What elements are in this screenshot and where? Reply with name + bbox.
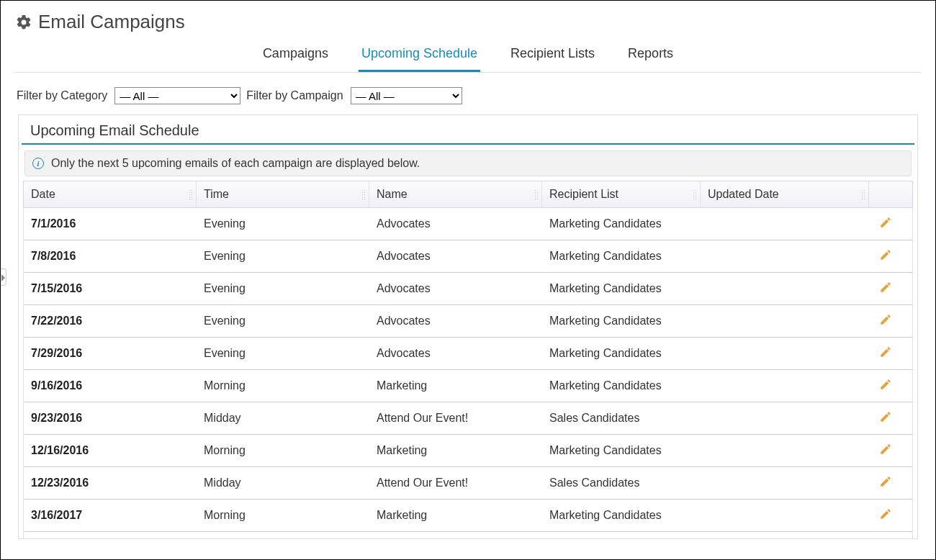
cell-time: Midday <box>197 412 369 425</box>
table-row: 7/15/2016EveningAdvocatesMarketing Candi… <box>24 273 912 305</box>
schedule-grid: Date Time Name Recipient List Updated Da… <box>23 181 913 539</box>
col-header-updated[interactable]: Updated Date <box>701 181 869 207</box>
tab-campaigns[interactable]: Campaigns <box>260 39 331 72</box>
cell-actions <box>869 475 902 491</box>
edit-icon[interactable] <box>879 475 892 488</box>
col-header-name[interactable]: Name <box>369 181 542 207</box>
panel-title: Upcoming Email Schedule <box>22 115 914 145</box>
cell-recipient: Marketing Candidates <box>542 217 701 230</box>
gear-icon <box>15 14 32 31</box>
cell-time: Morning <box>197 509 369 522</box>
col-header-time-label: Time <box>204 188 229 200</box>
edit-icon[interactable] <box>879 443 892 456</box>
cell-date: 7/8/2016 <box>24 250 197 263</box>
cell-date: 9/16/2016 <box>24 379 197 392</box>
cell-name: Marketing <box>369 379 542 392</box>
edit-icon[interactable] <box>879 507 892 520</box>
filter-campaign-label: Filter by Campaign <box>246 89 343 102</box>
table-row: 9/23/2016MiddayAttend Our Event!Sales Ca… <box>24 402 912 435</box>
cell-recipient: Marketing Candidates <box>542 282 701 295</box>
col-header-date[interactable]: Date <box>24 181 197 207</box>
table-row: 7/29/2016EveningAdvocatesMarketing Candi… <box>24 338 912 370</box>
cell-name: Advocates <box>369 282 542 295</box>
cell-actions <box>869 443 902 459</box>
edit-icon[interactable] <box>879 346 892 358</box>
col-header-recipient[interactable]: Recipient List <box>542 181 701 207</box>
table-row: 9/16/2016MorningMarketingMarketing Candi… <box>24 370 912 402</box>
table-row: 7/8/2016EveningAdvocatesMarketing Candid… <box>24 240 912 273</box>
cell-name: Advocates <box>369 315 542 328</box>
cell-date: 7/15/2016 <box>24 282 197 295</box>
cell-actions <box>869 313 902 329</box>
filter-category-select[interactable]: — All — <box>114 87 240 104</box>
cell-date: 12/23/2016 <box>24 477 197 489</box>
table-row: 12/16/2016MorningMarketingMarketing Cand… <box>24 435 912 467</box>
cell-actions <box>869 281 902 297</box>
table-row: 3/16/2017MorningMarketingMarketing Candi… <box>24 500 912 532</box>
cell-time: Morning <box>197 444 369 457</box>
edit-icon[interactable] <box>879 378 892 391</box>
filter-category-label: Filter by Category <box>17 89 107 102</box>
cell-time: Evening <box>197 250 369 263</box>
edit-icon[interactable] <box>879 410 892 423</box>
grid-header: Date Time Name Recipient List Updated Da… <box>23 181 913 208</box>
cell-date: 7/22/2016 <box>24 315 197 328</box>
col-header-name-label: Name <box>377 188 408 200</box>
col-header-updated-label: Updated Date <box>708 188 779 200</box>
drag-handle-icon[interactable] <box>361 189 366 199</box>
cell-recipient: Marketing Candidates <box>542 315 701 328</box>
grid-body[interactable]: 7/1/2016EveningAdvocatesMarketing Candid… <box>23 208 913 539</box>
cell-date: 12/16/2016 <box>24 444 197 457</box>
edit-icon[interactable] <box>879 248 892 261</box>
cell-actions <box>869 216 902 232</box>
info-bar: i Only the next 5 upcoming emails of eac… <box>24 150 912 176</box>
side-expand-handle[interactable] <box>1 268 6 286</box>
cell-date: 7/1/2016 <box>24 217 197 230</box>
edit-icon[interactable] <box>879 313 892 326</box>
cell-actions <box>869 346 902 361</box>
cell-name: Advocates <box>369 217 542 230</box>
schedule-panel: Upcoming Email Schedule i Only the next … <box>18 114 918 539</box>
cell-date: 3/16/2017 <box>24 509 197 522</box>
info-text: Only the next 5 upcoming emails of each … <box>51 157 420 170</box>
table-row: 12/23/2016MiddayAttend Our Event!Sales C… <box>24 467 912 500</box>
col-header-recipient-label: Recipient List <box>549 188 618 200</box>
cell-time: Evening <box>197 217 369 230</box>
filters-bar: Filter by Category — All — Filter by Cam… <box>1 73 935 114</box>
table-row: 7/22/2016EveningAdvocatesMarketing Candi… <box>24 305 912 338</box>
cell-recipient: Sales Candidates <box>542 477 701 489</box>
cell-time: Evening <box>197 347 369 360</box>
cell-recipient: Marketing Candidates <box>542 250 701 263</box>
edit-icon[interactable] <box>879 216 892 229</box>
col-header-actions <box>869 181 902 207</box>
drag-handle-icon[interactable] <box>861 189 865 199</box>
info-icon: i <box>32 158 44 169</box>
cell-name: Marketing <box>369 444 542 457</box>
page-header: Email Campaigns <box>1 1 935 39</box>
cell-time: Evening <box>197 315 369 328</box>
cell-recipient: Marketing Candidates <box>542 379 701 392</box>
cell-actions <box>869 410 902 426</box>
cell-actions <box>869 378 902 394</box>
cell-time: Midday <box>197 477 369 489</box>
drag-handle-icon[interactable] <box>534 189 539 199</box>
page-title: Email Campaigns <box>38 11 185 33</box>
tab-recipient-lists[interactable]: Recipient Lists <box>508 39 598 72</box>
cell-time: Morning <box>197 379 369 392</box>
cell-actions <box>869 507 902 523</box>
cell-name: Attend Our Event! <box>369 477 542 489</box>
drag-handle-icon[interactable] <box>693 189 697 199</box>
cell-recipient: Marketing Candidates <box>542 444 701 457</box>
cell-time: Evening <box>197 282 369 295</box>
cell-name: Attend Our Event! <box>369 412 542 425</box>
tab-reports[interactable]: Reports <box>625 39 676 72</box>
cell-recipient: Sales Candidates <box>542 412 701 425</box>
filter-campaign-select[interactable]: — All — <box>351 87 462 104</box>
col-header-date-label: Date <box>31 188 55 200</box>
cell-actions <box>869 248 902 264</box>
tab-upcoming-schedule[interactable]: Upcoming Schedule <box>359 39 480 72</box>
col-header-time[interactable]: Time <box>197 181 369 207</box>
cell-name: Advocates <box>369 250 542 263</box>
edit-icon[interactable] <box>879 281 892 294</box>
drag-handle-icon[interactable] <box>189 189 193 199</box>
